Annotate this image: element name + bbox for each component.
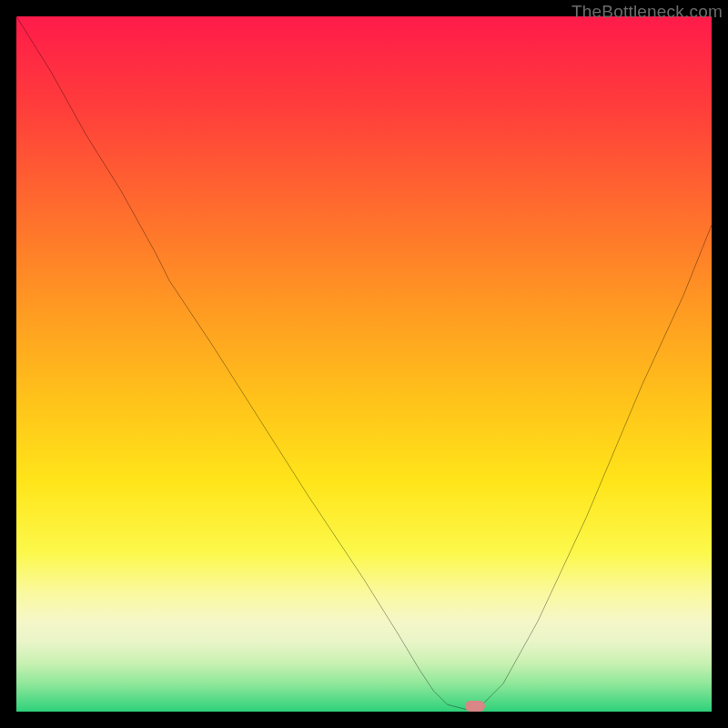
bottleneck-curve (16, 16, 712, 712)
optimal-marker (465, 701, 485, 712)
chart-frame: TheBottleneck.com (0, 0, 728, 728)
watermark-text: TheBottleneck.com (571, 2, 723, 22)
plot-area (16, 16, 712, 712)
